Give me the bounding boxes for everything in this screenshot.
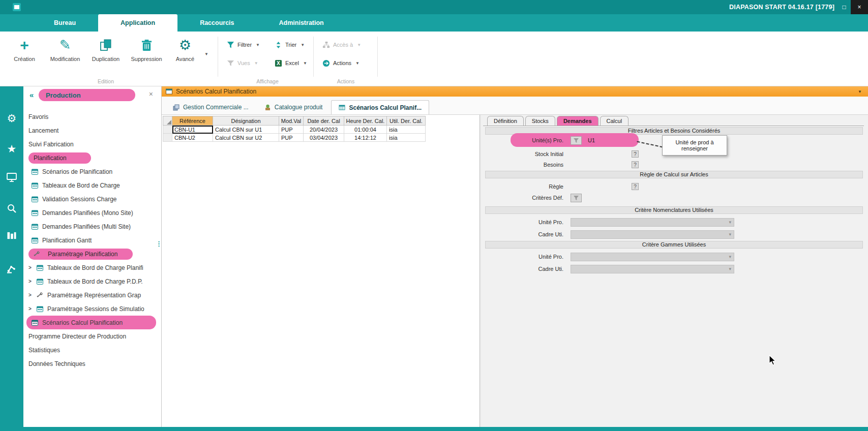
nomenclature-unite-dropdown[interactable]: ▾ xyxy=(571,218,734,227)
sidebar-item-favoris[interactable]: Favoris xyxy=(23,110,161,124)
sidebar-item-lancement[interactable]: Lancement xyxy=(23,124,161,137)
nomenclature-cadre-dropdown[interactable]: ▾ xyxy=(571,230,734,239)
favorites-star-icon[interactable]: ★ xyxy=(0,143,23,155)
sidebar-item-planification-gantt[interactable]: Planification Gantt xyxy=(23,233,161,247)
creation-button[interactable]: + Création xyxy=(4,36,45,62)
expand-chevron-icon[interactable]: > xyxy=(28,265,37,270)
sidebar-item-programme-directeur[interactable]: Programme Directeur de Production xyxy=(23,329,161,343)
annotation-tooltip: Unité de prod à renseigner xyxy=(662,135,727,156)
maximize-button[interactable]: □ xyxy=(837,0,851,14)
menu-tab-application[interactable]: Application xyxy=(98,14,177,32)
excel-button[interactable]: X Excel ▼ xyxy=(275,58,307,68)
sidebar-item-donnees-techniques[interactable]: Données Techniques xyxy=(23,357,161,371)
regle-helper-button[interactable]: ? xyxy=(632,183,639,190)
excel-dropdown-caret[interactable]: ▼ xyxy=(303,61,307,66)
duplication-button[interactable]: Duplication xyxy=(85,36,126,62)
sidebar-item-demandes-planifiees-mono[interactable]: Demandes Planifiées (Mono Site) xyxy=(23,206,161,220)
robot-arm-icon[interactable] xyxy=(0,263,23,273)
suppression-button[interactable]: Suppression xyxy=(126,36,167,62)
table-row[interactable]: CBN-U1 Calcul CBN sur U1 PUP 20/04/2023 … xyxy=(163,126,426,134)
filtrer-dropdown-caret[interactable]: ▼ xyxy=(256,43,260,47)
cell-heure[interactable]: 14:12:12 xyxy=(344,134,387,142)
sidebar-item-planification[interactable]: Planification xyxy=(23,151,161,165)
menu-tab-raccourcis[interactable]: Raccourcis xyxy=(177,14,256,32)
trier-dropdown-caret[interactable]: ▼ xyxy=(301,43,305,47)
table-row[interactable]: CBN-U2 Calcul CBN sur U2 PUP 03/04/2023 … xyxy=(163,134,426,142)
acces-a-button[interactable]: Accès à ▼ xyxy=(322,40,361,50)
bottom-strip xyxy=(0,427,868,431)
trier-button[interactable]: Trier ▼ xyxy=(275,40,305,50)
sidebar-item-scenarios-calcul-planification[interactable]: Scénarios Calcul Planification xyxy=(26,316,156,329)
form-tab-calcul[interactable]: Calcul xyxy=(600,116,629,126)
sidebar-item-tableaux-charge-pdp[interactable]: > Tableaux de Bord de Charge P.D.P. xyxy=(23,274,161,288)
avance-dropdown-caret[interactable]: ▼ xyxy=(204,52,208,56)
unite-pro-filter-button[interactable] xyxy=(571,136,582,145)
cell-date[interactable]: 20/04/2023 xyxy=(304,126,344,134)
sidebar-item-parametrage-planification[interactable]: Paramétrage Planification xyxy=(23,247,161,261)
close-button[interactable]: × xyxy=(851,0,868,14)
table-corner-cell[interactable] xyxy=(163,116,172,126)
gammes-unite-dropdown[interactable]: ▾ xyxy=(571,253,734,261)
expand-chevron-icon[interactable]: > xyxy=(28,292,37,298)
pencil-icon: ✎ xyxy=(59,38,71,53)
section-regle-calcul: Règle de Calcul sur Articles xyxy=(485,171,863,178)
sidebar-item-validation-sessions-charge[interactable]: Validation Sessions Charge xyxy=(23,192,161,206)
vues-button[interactable]: Vues ▼ xyxy=(227,58,258,68)
search-icon[interactable] xyxy=(0,203,23,213)
cell-designation[interactable]: Calcul CBN sur U1 xyxy=(213,126,279,134)
form-tab-demandes[interactable]: Demandes xyxy=(557,116,598,126)
gammes-cadre-dropdown[interactable]: ▾ xyxy=(571,265,734,273)
expand-chevron-icon[interactable]: > xyxy=(28,279,37,284)
stock-initial-helper-button[interactable]: ? xyxy=(632,150,639,158)
actions-button[interactable]: Actions ▼ xyxy=(322,58,360,68)
sidebar-item-tableaux-bord-charge[interactable]: Tableaux de Bord de Charge xyxy=(23,178,161,192)
cell-util[interactable]: isia xyxy=(387,126,426,134)
modification-button[interactable]: ✎ Modification xyxy=(45,36,85,62)
sidebar-item-statistiques[interactable]: Statistiques xyxy=(23,343,161,357)
menu-tab-bureau[interactable]: Bureau xyxy=(32,14,98,32)
criteres-def-filter-button[interactable] xyxy=(571,194,582,202)
column-header-reference[interactable]: Référence xyxy=(172,116,213,126)
column-header-designation[interactable]: Désignation xyxy=(213,116,279,126)
monitor-icon[interactable] xyxy=(0,173,23,182)
sidebar-item-scenarios-de-planification[interactable]: Scénarios de Planification xyxy=(23,165,161,178)
form-tab-stocks[interactable]: Stocks xyxy=(525,116,555,126)
column-header-util[interactable]: Util. Der. Cal. xyxy=(387,116,426,126)
cell-modval[interactable]: PUP xyxy=(279,126,304,134)
row-gutter[interactable] xyxy=(163,134,172,142)
sidebar-item-tableaux-charge-planifi[interactable]: > Tableaux de Bord de Charge Planifi xyxy=(23,261,161,274)
column-header-modval[interactable]: Mod.Val xyxy=(279,116,304,126)
doc-tab-scenarios-calcul[interactable]: Scénarios Calcul Planif... xyxy=(331,100,429,114)
cell-date[interactable]: 03/04/2023 xyxy=(304,134,344,142)
sidebar-close-button[interactable]: × xyxy=(149,90,153,98)
doc-tab-gestion-commerciale[interactable]: Gestion Commerciale ... xyxy=(166,100,256,114)
avance-button[interactable]: ⚙ Avancé xyxy=(165,36,205,62)
sidebar-item-parametrage-representation[interactable]: > Paramétrage Représentation Grap xyxy=(23,288,161,302)
row-gutter[interactable] xyxy=(163,126,172,134)
filtrer-button[interactable]: Filtrer ▼ xyxy=(227,40,260,50)
cell-modval[interactable]: PUP xyxy=(279,134,304,142)
cell-util[interactable]: isia xyxy=(387,134,426,142)
column-header-heure[interactable]: Heure Der. Cal. xyxy=(344,116,387,126)
menu-tab-administration[interactable]: Administration xyxy=(257,14,346,32)
actions-dropdown-caret[interactable]: ▼ xyxy=(355,61,360,66)
besoins-helper-button[interactable]: ? xyxy=(632,161,639,168)
minimize-button[interactable]: – xyxy=(824,0,837,14)
column-header-date[interactable]: Date der. Cal xyxy=(304,116,344,126)
sidebar-item-demandes-planifiees-multi[interactable]: Demandes Planifiées (Multi Site) xyxy=(23,220,161,233)
sidebar-item-parametrage-sessions[interactable]: > Paramétrage Sessions de Simulatio xyxy=(23,302,161,316)
acces-dropdown-caret[interactable]: ▼ xyxy=(357,43,361,47)
modules-gear-icon[interactable]: ⚙ xyxy=(0,113,23,124)
cell-reference[interactable]: CBN-U1 xyxy=(172,126,213,134)
sidebar-collapse-button[interactable]: « xyxy=(29,90,34,99)
form-tab-definition[interactable]: Définition xyxy=(487,116,524,126)
doc-tab-catalogue-produit[interactable]: Catalogue produit xyxy=(257,100,330,114)
cell-heure[interactable]: 01:00:04 xyxy=(344,126,387,134)
columns-chart-icon[interactable] xyxy=(0,231,23,240)
vues-dropdown-caret[interactable]: ▼ xyxy=(254,61,258,66)
sidebar-item-suivi-fabrication[interactable]: Suivi Fabrication xyxy=(23,137,161,151)
cell-reference[interactable]: CBN-U2 xyxy=(172,134,213,142)
cell-designation[interactable]: Calcul CBN sur U2 xyxy=(213,134,279,142)
banner-dropdown-caret[interactable]: ▼ xyxy=(858,89,862,94)
expand-chevron-icon[interactable]: > xyxy=(28,306,37,312)
